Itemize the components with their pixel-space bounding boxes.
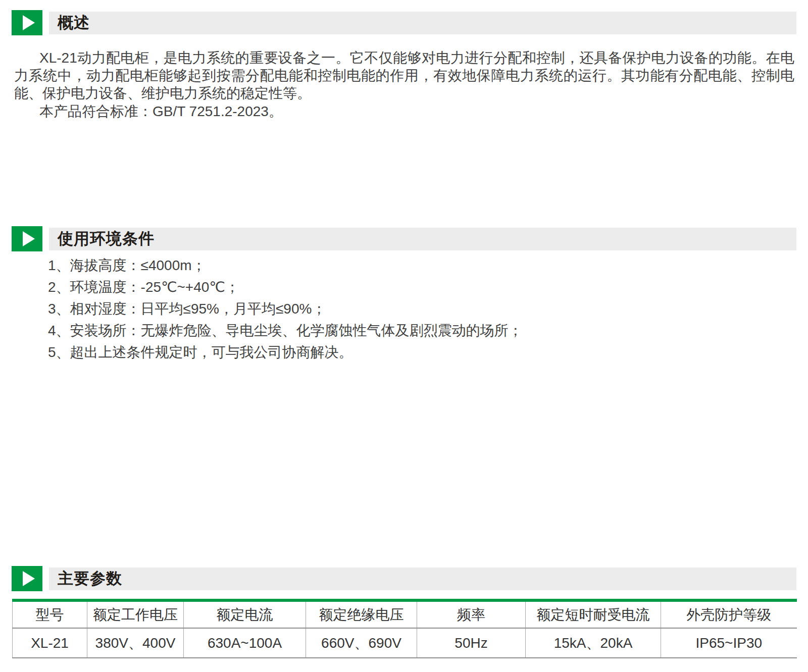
table-cell-rated-working-voltage: 380V、400V bbox=[87, 628, 184, 658]
page: { "colors": { "accent_green": "#009944",… bbox=[0, 0, 808, 672]
overview-text-block: XL-21动力配电柜，是电力系统的重要设备之一。它不仅能够对电力进行分配和控制，… bbox=[14, 49, 794, 120]
list-item-temperature: 2、环境温度：-25℃~+40℃； bbox=[48, 276, 523, 298]
table-cell-rated-insulation-voltage: 660V、690V bbox=[306, 628, 417, 658]
section-title-overview: 概述 bbox=[58, 12, 90, 33]
table-cell-frequency: 50Hz bbox=[417, 628, 526, 658]
section-header-overview: 概述 bbox=[12, 10, 796, 35]
table-cell-short-time-withstand-current: 15kA、20kA bbox=[526, 628, 661, 658]
overview-paragraph: XL-21动力配电柜，是电力系统的重要设备之一。它不仅能够对电力进行分配和控制，… bbox=[14, 49, 794, 102]
section-header-environment: 使用环境条件 bbox=[12, 226, 796, 251]
table-header-cell-short-time-withstand-current: 额定短时耐受电流 bbox=[526, 600, 661, 628]
section-title-bar: 使用环境条件 bbox=[49, 228, 796, 250]
table-header-row: 型号 额定工作电压 额定电流 额定绝缘电压 频率 额定短时耐受电流 外壳防护等级 bbox=[13, 600, 797, 628]
play-triangle-icon bbox=[12, 226, 42, 251]
env-condition-list: 1、海拔高度：≤4000m； 2、环境温度：-25℃~+40℃； 3、相对湿度：… bbox=[48, 254, 523, 363]
table-cell-enclosure-protection: IP65~IP30 bbox=[661, 628, 797, 658]
table-row: XL-21 380V、400V 630A~100A 660V、690V 50Hz… bbox=[13, 628, 797, 658]
play-triangle-icon bbox=[12, 10, 42, 35]
standard-compliance-paragraph: 本产品符合标准：GB/T 7251.2-2023。 bbox=[14, 102, 794, 120]
list-item-installation-site: 4、安装场所：无爆炸危险、导电尘埃、化学腐蚀性气体及剧烈震动的场所； bbox=[48, 320, 523, 341]
section-title-bar: 主要参数 bbox=[49, 567, 796, 590]
list-item-humidity: 3、相对湿度：日平均≤95%，月平均≤90%； bbox=[48, 298, 523, 320]
list-item-other-conditions: 5、超出上述条件规定时，可与我公司协商解决。 bbox=[48, 341, 523, 363]
table-header-cell-rated-working-voltage: 额定工作电压 bbox=[87, 600, 184, 628]
play-triangle-icon bbox=[12, 566, 42, 591]
section-title-environment: 使用环境条件 bbox=[58, 228, 155, 249]
list-item-altitude: 1、海拔高度：≤4000m； bbox=[48, 254, 523, 276]
table-header-cell-rated-insulation-voltage: 额定绝缘电压 bbox=[306, 600, 417, 628]
section-header-parameters: 主要参数 bbox=[12, 566, 796, 591]
section-title-parameters: 主要参数 bbox=[58, 568, 122, 589]
table-cell-model: XL-21 bbox=[13, 628, 87, 658]
table-header-cell-model: 型号 bbox=[13, 600, 87, 628]
section-title-bar: 概述 bbox=[49, 12, 796, 34]
table-header-cell-rated-current: 额定电流 bbox=[184, 600, 306, 628]
table-cell-rated-current: 630A~100A bbox=[184, 628, 306, 658]
params-table: 型号 额定工作电压 额定电流 额定绝缘电压 频率 额定短时耐受电流 外壳防护等级… bbox=[12, 599, 797, 658]
table-header-cell-enclosure-protection: 外壳防护等级 bbox=[661, 600, 797, 628]
table-header-cell-frequency: 频率 bbox=[417, 600, 526, 628]
